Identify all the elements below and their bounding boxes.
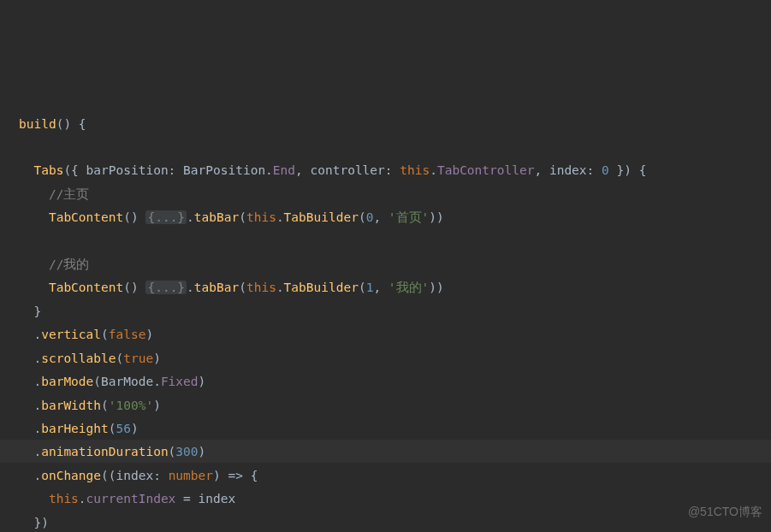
code-line: } bbox=[19, 304, 41, 318]
code-line: //主页 bbox=[19, 187, 89, 201]
code-line: .barHeight(56) bbox=[19, 422, 139, 435]
code-line: .barMode(BarMode.Fixed) bbox=[19, 375, 205, 388]
code-line: .animationDuration(300) bbox=[19, 445, 205, 458]
code-editor[interactable]: build() { Tabs({ barPosition: BarPositio… bbox=[0, 0, 771, 532]
fold-marker[interactable]: {...} bbox=[145, 210, 187, 224]
code-block: build() { Tabs({ barPosition: BarPositio… bbox=[19, 89, 771, 532]
code-line: //我的 bbox=[19, 257, 89, 271]
code-line: this.currentIndex = index bbox=[19, 492, 235, 505]
code-line: .onChange((index: number) => { bbox=[19, 469, 258, 482]
fold-marker[interactable]: {...} bbox=[145, 281, 187, 294]
code-line: .barWidth('100%') bbox=[19, 399, 161, 412]
code-line: Tabs({ barPosition: BarPosition.End, con… bbox=[19, 163, 646, 177]
code-line: TabContent() {...}.tabBar(this.TabBuilde… bbox=[19, 281, 444, 294]
code-line: }) bbox=[19, 516, 49, 529]
code-line: build() { bbox=[19, 117, 86, 131]
code-line: TabContent() {...}.tabBar(this.TabBuilde… bbox=[19, 210, 444, 224]
code-line: .scrollable(true) bbox=[19, 352, 161, 365]
code-line: .vertical(false) bbox=[19, 328, 153, 341]
